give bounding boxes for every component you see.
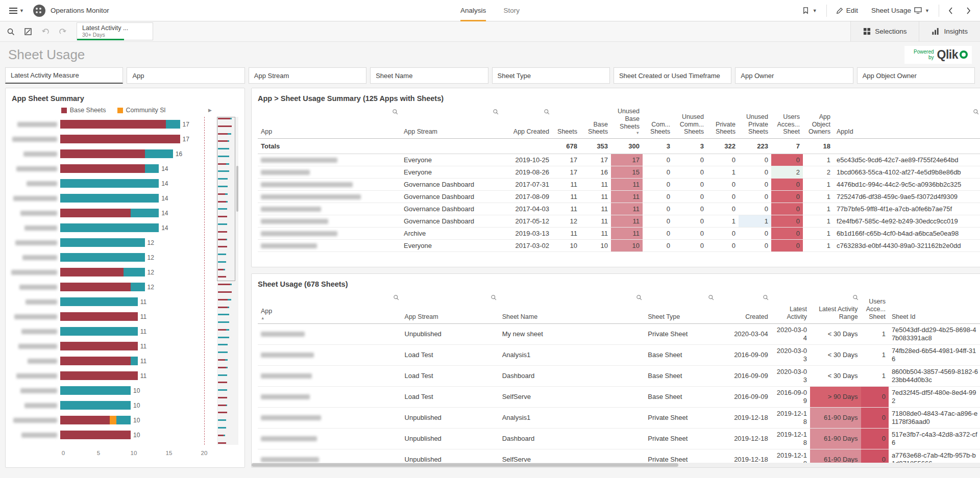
table-row[interactable]: Governance Dashboard2017-07-311111110000… [258, 179, 980, 191]
table-row[interactable]: UnpublishedAnalysis1Private Sheet2019-12… [258, 407, 980, 428]
column-search-icon[interactable] [544, 109, 550, 117]
table-row[interactable]: UnpublishedDashboardPrivate Sheet2019-12… [258, 428, 980, 449]
cell-unused-comm-sheets[interactable]: 0 [673, 179, 707, 191]
cell-app-created[interactable]: 2019-08-26 [501, 166, 552, 179]
bar-segment[interactable] [60, 135, 180, 143]
cell-app[interactable] [258, 428, 402, 449]
cell-private-sheets[interactable]: 0 [707, 179, 739, 191]
column-search-icon[interactable] [763, 294, 769, 303]
cell-sheet-id[interactable]: 8600b504-3857-4569-8182-623bb44d0b3c [889, 365, 980, 386]
cell-appid[interactable]: 4476bd1c-994c-44c2-9c5c-a0936bb2c325 [834, 179, 980, 191]
cell-sheets[interactable]: 11 [552, 228, 580, 240]
cell-users-acces-sheet[interactable]: 0 [771, 191, 803, 203]
column-header-created[interactable]: Created [717, 291, 771, 323]
table-row[interactable]: Governance Dashboard2017-08-091111110000… [258, 191, 980, 203]
bar-segment[interactable] [145, 164, 159, 173]
column-header-app-stream[interactable]: App Stream [401, 106, 501, 139]
filter-app-stream[interactable]: App Stream [249, 67, 366, 84]
cell-app-stream[interactable]: Everyone [401, 166, 501, 179]
filter-sheet-type[interactable]: Sheet Type [492, 67, 610, 84]
cell-app-created[interactable]: 2017-08-09 [501, 191, 552, 203]
cell-sheets[interactable]: 10 [552, 240, 580, 252]
legend-item-base-sheets[interactable]: Base Sheets [61, 107, 106, 114]
cell-app-stream[interactable]: Governance Dashboard [401, 203, 501, 215]
cell-users-acce-sheet[interactable]: 1 [861, 344, 889, 365]
cell-sheet-type[interactable]: Base Sheet [645, 365, 717, 386]
cell-app-object-owners[interactable]: 1 [803, 240, 834, 252]
cell-latest-activity[interactable]: 2016-09-09 [771, 386, 810, 407]
cell-unused-base-sheets[interactable]: 10 [611, 240, 643, 252]
cell-sheet-id[interactable]: 7e5043df-dd29-4b25-8698-47b083391ac8 [889, 323, 980, 344]
cell-sheet-name[interactable]: My new sheet [499, 323, 645, 344]
cell-sheets[interactable]: 11 [552, 179, 580, 191]
cell-sheet-name[interactable]: Dashboard [499, 365, 645, 386]
bar-segment[interactable] [60, 164, 145, 173]
cell-unused-base-sheets[interactable]: 11 [611, 228, 643, 240]
cell-com-sheets[interactable]: 0 [643, 228, 673, 240]
cell-app[interactable] [258, 191, 401, 203]
minimap-scrollbar-thumb[interactable] [236, 166, 238, 212]
cell-sheet-name[interactable]: Analysis1 [499, 344, 645, 365]
cell-users-acce-sheet[interactable]: 0 [861, 386, 889, 407]
bar-segment[interactable] [166, 120, 180, 129]
cell-app[interactable] [258, 203, 401, 215]
clear-selections-button[interactable] [20, 24, 36, 39]
cell-latest-activity-range[interactable]: > 90 Days [810, 386, 861, 407]
cell-app[interactable] [258, 179, 401, 191]
table-row[interactable]: Governance Dashboard2017-05-121211110011… [258, 215, 980, 228]
bar-segment[interactable] [60, 149, 145, 158]
cell-base-sheets[interactable]: 16 [580, 166, 611, 179]
cell-appid[interactable]: f2e4fb67-585c-4e92-b249-30edcc9cc019 [834, 215, 980, 228]
cell-unused-base-sheets[interactable]: 11 [611, 215, 643, 228]
column-header-sheet-type[interactable]: Sheet Type [645, 291, 717, 323]
cell-app-created[interactable]: 2019-10-25 [501, 154, 552, 166]
cell-sheet-id[interactable]: 71808de0-4843-47ac-a896-e1178f36aad0 [889, 407, 980, 428]
cell-base-sheets[interactable]: 11 [580, 179, 611, 191]
bar-segment[interactable] [60, 120, 166, 129]
legend-scroll-arrow-icon[interactable]: ▶ [208, 108, 212, 113]
cell-com-sheets[interactable]: 0 [643, 215, 673, 228]
tab-story[interactable]: Story [503, 0, 520, 21]
cell-com-sheets[interactable]: 0 [643, 179, 673, 191]
cell-app-created[interactable]: 2017-03-02 [501, 240, 552, 252]
cell-users-acce-sheet[interactable]: 1 [861, 365, 889, 386]
cell-appid[interactable]: 6b1d166f-c65b-4cf0-b4ad-a6bca5e0ea98 [834, 228, 980, 240]
filter-sheet-name[interactable]: Sheet Name [370, 67, 488, 84]
cell-latest-activity[interactable]: 2020-03-03 [771, 344, 810, 365]
column-header-base-sheets[interactable]: Base Sheets [580, 106, 611, 139]
cell-unused-private-sheets[interactable]: 0 [739, 166, 771, 179]
table-row[interactable]: Governance Dashboard2017-04-031111110000… [258, 203, 980, 215]
column-search-icon[interactable] [636, 294, 642, 303]
cell-users-acces-sheet[interactable]: 2 [771, 166, 803, 179]
cell-app[interactable] [258, 407, 402, 428]
column-search-icon[interactable] [973, 109, 979, 117]
cell-unused-comm-sheets[interactable]: 0 [673, 228, 707, 240]
table-row[interactable]: Everyone2017-03-02101010000001c763283d-e… [258, 240, 980, 252]
column-header-sheet-id[interactable]: Sheet Id [889, 291, 980, 323]
selection-chip-latest-activity[interactable]: Latest Activity ... 30+ Days [77, 22, 153, 40]
cell-app-stream[interactable]: Load Test [402, 344, 499, 365]
cell-unused-base-sheets[interactable]: 15 [611, 166, 643, 179]
bar-segment[interactable] [60, 238, 145, 247]
bar-segment[interactable] [60, 209, 131, 217]
table-row[interactable]: Load TestAnalysis1Base Sheet2016-09-0920… [258, 344, 980, 365]
cell-sheet-type[interactable]: Private Sheet [645, 323, 717, 344]
cell-latest-activity[interactable]: 2019-12-18 [771, 428, 810, 449]
column-search-icon[interactable] [392, 109, 398, 117]
cell-users-acce-sheet[interactable]: 0 [861, 428, 889, 449]
cell-created[interactable]: 2019-12-18 [717, 407, 771, 428]
column-header-latest-activity-range[interactable]: Latest Activity Range [810, 291, 861, 323]
bar-segment[interactable] [60, 431, 131, 439]
cell-unused-private-sheets[interactable]: 0 [739, 228, 771, 240]
bar-segment[interactable] [145, 149, 173, 158]
bar-segment[interactable] [124, 268, 144, 276]
bar-segment[interactable] [60, 194, 159, 203]
cell-created[interactable]: 2020-03-04 [717, 323, 771, 344]
bar-segment[interactable] [60, 371, 138, 380]
cell-app-stream[interactable]: Unpublished [402, 428, 499, 449]
column-header-sheets[interactable]: Sheets [552, 106, 580, 139]
cell-unused-base-sheets[interactable]: 11 [611, 191, 643, 203]
cell-sheet-type[interactable]: Private Sheet [645, 407, 717, 428]
cell-unused-private-sheets[interactable]: 0 [739, 191, 771, 203]
cell-unused-comm-sheets[interactable]: 0 [673, 191, 707, 203]
